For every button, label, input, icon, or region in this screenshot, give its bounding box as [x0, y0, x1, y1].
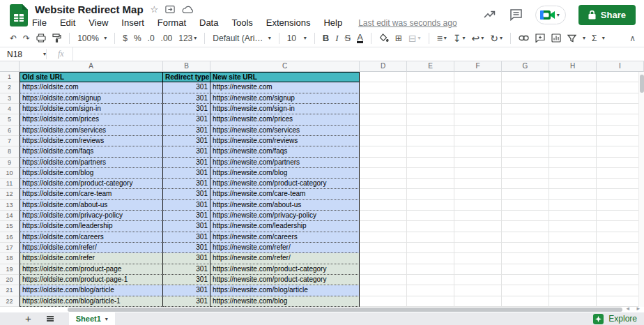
cell-E14[interactable] [407, 211, 454, 221]
cell-A17[interactable]: https://oldsite.com/refer/ [20, 243, 163, 253]
cell-H19[interactable] [549, 264, 597, 275]
cell-I11[interactable] [597, 179, 644, 189]
cell-B21[interactable]: 301 [163, 285, 210, 296]
cell-D11[interactable] [360, 179, 407, 189]
cell-G9[interactable] [502, 158, 549, 168]
cell-A9[interactable]: https://oldsite.com/partners [20, 158, 163, 168]
increase-decimal-button[interactable]: .00 [161, 33, 173, 43]
font-select[interactable]: Default (Ari… ▾ [213, 33, 270, 43]
bold-button[interactable]: B [323, 33, 329, 43]
cell-E16[interactable] [407, 232, 454, 243]
cell-A6[interactable]: https://oldsite.com/services [20, 126, 163, 136]
hide-menus-button[interactable]: ∧ [629, 33, 636, 43]
cell-D15[interactable] [360, 221, 407, 232]
cell-E11[interactable] [407, 179, 454, 189]
cell-F20[interactable] [454, 275, 502, 285]
cell-B19[interactable]: 301 [163, 264, 210, 275]
format-currency-button[interactable]: $ [123, 33, 128, 43]
cell-G13[interactable] [502, 200, 549, 211]
cell-H11[interactable] [549, 179, 597, 189]
create-filter-button[interactable] [567, 34, 576, 43]
cell-G4[interactable] [502, 104, 549, 114]
last-edit-link[interactable]: Last edit was seconds ago [358, 18, 457, 28]
row-header-19[interactable]: 19 [0, 264, 20, 275]
cell-F4[interactable] [454, 104, 502, 114]
cell-F15[interactable] [454, 221, 502, 232]
cell-B1[interactable]: Redirect type [163, 72, 210, 82]
cell-H18[interactable] [549, 253, 597, 264]
cell-E22[interactable] [407, 296, 454, 307]
cell-C4[interactable]: https://newsite.com/sign-in [210, 104, 360, 114]
cell-G2[interactable] [502, 82, 549, 93]
cell-C6[interactable]: https://newsite.com/services [210, 126, 360, 136]
functions-button[interactable]: Σ ▾ [592, 33, 605, 43]
horizontal-align-button[interactable]: ≡▾ [437, 33, 447, 43]
column-header-A[interactable]: A [20, 61, 163, 72]
comment-history-icon[interactable] [509, 8, 523, 21]
cell-A21[interactable]: https://oldsite.com/blog/article [20, 285, 163, 296]
cell-A7[interactable]: https://oldsite.com/reviews [20, 136, 163, 146]
menu-data[interactable]: Data [199, 17, 218, 28]
vertical-align-button[interactable]: ↧▾ [453, 33, 466, 43]
cell-I17[interactable] [597, 243, 644, 253]
cell-E13[interactable] [407, 200, 454, 211]
cell-H7[interactable] [549, 136, 597, 146]
cell-D21[interactable] [360, 285, 407, 296]
cell-I14[interactable] [597, 211, 644, 221]
row-header-14[interactable]: 14 [0, 211, 20, 221]
cell-E9[interactable] [407, 158, 454, 168]
cell-H15[interactable] [549, 221, 597, 232]
row-header-8[interactable]: 8 [0, 146, 20, 157]
menu-help[interactable]: Help [323, 17, 342, 28]
cell-I18[interactable] [597, 253, 644, 264]
cell-G7[interactable] [502, 136, 549, 146]
cell-A13[interactable]: https://oldsite.com/about-us [20, 200, 163, 211]
explore-button[interactable]: Explore [593, 314, 637, 324]
cell-D3[interactable] [360, 93, 407, 104]
redo-button[interactable]: ↷ [23, 33, 30, 43]
cell-E8[interactable] [407, 146, 454, 157]
row-header-13[interactable]: 13 [0, 200, 20, 211]
cell-C15[interactable]: https://newsite.com/leadership [210, 221, 360, 232]
cell-C17[interactable]: https://newsite.com/refer/ [210, 243, 360, 253]
vertical-scrollbar[interactable] [638, 72, 644, 307]
cell-G14[interactable] [502, 211, 549, 221]
menu-tools[interactable]: Tools [231, 17, 252, 28]
cell-C2[interactable]: https://newsite.com [210, 82, 360, 93]
cell-D18[interactable] [360, 253, 407, 264]
cell-I15[interactable] [597, 221, 644, 232]
cell-G3[interactable] [502, 93, 549, 104]
cell-F2[interactable] [454, 82, 502, 93]
cell-B22[interactable]: 301 [163, 296, 210, 307]
menu-extensions[interactable]: Extensions [266, 17, 311, 28]
row-header-15[interactable]: 15 [0, 221, 20, 232]
horizontal-scrollbar-thumb[interactable] [68, 308, 622, 312]
fill-color-button[interactable] [379, 33, 389, 43]
decrease-decimal-button[interactable]: .0 [148, 33, 155, 43]
row-header-21[interactable]: 21 [0, 285, 20, 296]
cell-C16[interactable]: https://newsite.com/careers [210, 232, 360, 243]
cell-F16[interactable] [454, 232, 502, 243]
cell-A15[interactable]: https://oldsite.com/leadership [20, 221, 163, 232]
row-header-10[interactable]: 10 [0, 168, 20, 179]
cell-A14[interactable]: https://oldsite.com/privacy-policy [20, 211, 163, 221]
cell-D7[interactable] [360, 136, 407, 146]
cell-I10[interactable] [597, 168, 644, 179]
select-all-corner[interactable] [0, 61, 20, 72]
name-box[interactable]: N18 ▾ [0, 50, 46, 59]
horizontal-scrollbar[interactable]: ◂ ▸ [0, 307, 644, 312]
cell-B12[interactable]: 301 [163, 189, 210, 199]
cell-A20[interactable]: https://oldsite.com/product-page-1 [20, 275, 163, 285]
scroll-arrow-icons[interactable]: ◂ ▸ [626, 305, 643, 312]
cell-E2[interactable] [407, 82, 454, 93]
column-header-B[interactable]: B [163, 61, 210, 72]
cell-G20[interactable] [502, 275, 549, 285]
cell-D19[interactable] [360, 264, 407, 275]
cell-H17[interactable] [549, 243, 597, 253]
cell-F7[interactable] [454, 136, 502, 146]
cell-B13[interactable]: 301 [163, 200, 210, 211]
cell-H14[interactable] [549, 211, 597, 221]
cell-C12[interactable]: https://newsite.com/care-team [210, 189, 360, 199]
cell-E4[interactable] [407, 104, 454, 114]
cell-H13[interactable] [549, 200, 597, 211]
